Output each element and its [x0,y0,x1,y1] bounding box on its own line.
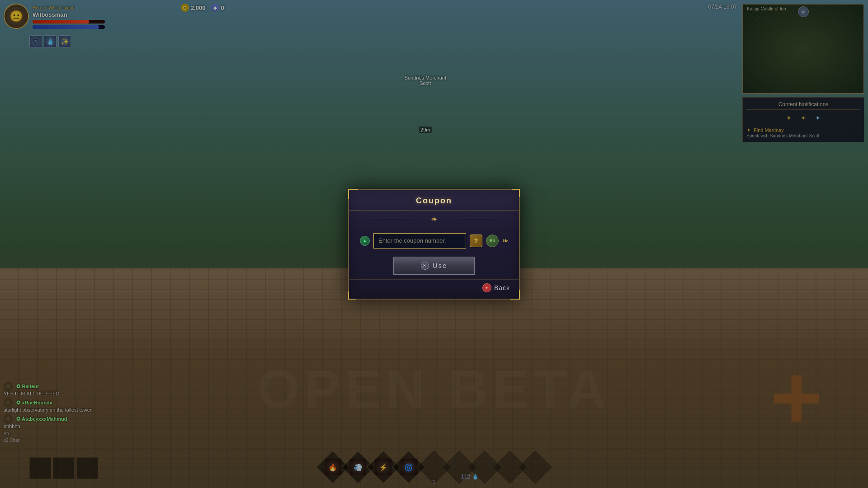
r3-button[interactable]: R3 [486,235,499,247]
modal-deco-top: ❧ [349,211,519,224]
deco-ornament-top: ❧ [431,214,438,224]
input-triangle-icon [360,236,370,246]
use-button-icon: ✕ [421,262,429,270]
modal-deco-bottom: ✕ Use [349,255,519,279]
coupon-input[interactable] [373,233,466,249]
deco-line-left [358,219,426,219]
help-button[interactable]: ? [470,235,482,247]
modal-body: ? R3 ❧ [349,224,519,255]
modal-corner-br [348,291,356,300]
use-button-label: Use [433,262,448,269]
modal-title-bar: Coupon [349,190,519,211]
use-button[interactable]: ✕ Use [393,257,475,275]
back-button[interactable]: ● Back [482,283,510,292]
deco-line-right [442,219,510,219]
modal-footer: ● Back [349,279,519,299]
modal-title: Coupon [358,196,510,206]
back-button-icon: ● [482,283,491,292]
coupon-modal: Coupon ❧ ? R3 ❧ [348,189,520,300]
deco-right-ornament: ❧ [502,236,508,245]
input-row: ? R3 ❧ [360,233,508,249]
back-button-label: Back [494,284,510,291]
modal-overlay: Coupon ❧ ? R3 ❧ [0,0,868,488]
